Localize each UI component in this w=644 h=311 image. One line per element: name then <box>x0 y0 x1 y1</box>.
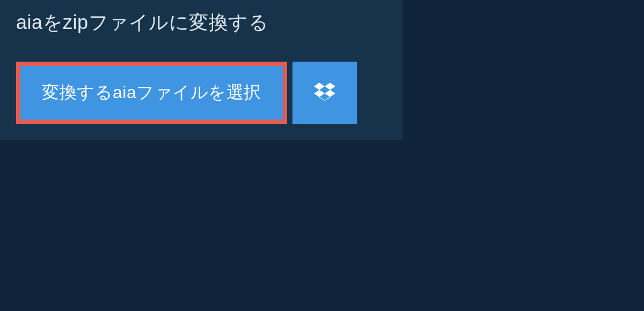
button-row: 変換するaiaファイルを選択 <box>16 62 402 124</box>
dropbox-button[interactable] <box>292 62 357 124</box>
select-file-button-label: 変換するaiaファイルを選択 <box>42 81 261 105</box>
page-title: aiaをzipファイルに変換する <box>16 10 268 36</box>
converter-panel: aiaをzipファイルに変換する 変換するaiaファイルを選択 <box>0 0 402 140</box>
select-file-button[interactable]: 変換するaiaファイルを選択 <box>16 62 287 124</box>
dropbox-icon <box>314 81 335 105</box>
title-block: aiaをzipファイルに変換する <box>0 0 284 47</box>
